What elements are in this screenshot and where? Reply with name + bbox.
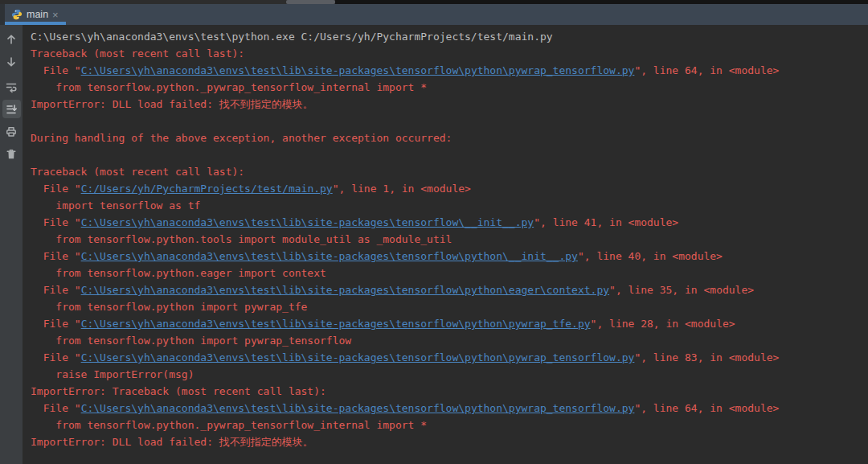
- run-console-panel: C:\Users\yh\anaconda3\envs\test\python.e…: [0, 25, 868, 464]
- scroll-end-icon: [5, 103, 18, 116]
- console-text: File ": [31, 216, 81, 228]
- scroll-to-end-button[interactable]: [2, 100, 21, 118]
- console-line: import tensorflow as tf: [31, 197, 868, 214]
- file-link[interactable]: C:\Users\yh\anaconda3\envs\test\lib\site…: [81, 284, 609, 296]
- arrow-up-icon: [5, 33, 18, 46]
- console-text: ", line 35, in <module>: [609, 284, 754, 296]
- down-the-stack-trace-button[interactable]: [2, 52, 21, 71]
- run-tool-window-tab-bar: main ×: [0, 4, 868, 25]
- console-text: Traceback (most recent call last):: [31, 47, 244, 60]
- arrow-down-icon: [5, 55, 18, 68]
- printer-icon: [5, 125, 18, 138]
- file-link[interactable]: C:\Users\yh\anaconda3\envs\test\lib\site…: [81, 250, 578, 262]
- console-text: ", line 64, in <module>: [634, 402, 779, 414]
- console-output[interactable]: C:\Users\yh\anaconda3\envs\test\python.e…: [23, 25, 868, 464]
- console-text: ", line 40, in <module>: [578, 250, 723, 262]
- console-line: raise ImportError(msg): [31, 366, 868, 383]
- console-line: File "C:\Users\yh\anaconda3\envs\test\li…: [31, 62, 868, 79]
- console-line: from tensorflow.python import pywrap_ten…: [31, 332, 868, 349]
- console-line: from tensorflow.python import pywrap_tfe: [31, 298, 868, 315]
- python-icon: [11, 9, 23, 20]
- file-link[interactable]: C:\Users\yh\anaconda3\envs\test\lib\site…: [81, 318, 591, 330]
- console-text: File ": [31, 351, 81, 363]
- console-text: ", line 1, in <module>: [333, 183, 471, 195]
- console-line: ImportError: Traceback (most recent call…: [31, 383, 868, 400]
- console-text: from tensorflow.python.tools import modu…: [31, 233, 452, 245]
- console-line: File "C:\Users\yh\anaconda3\envs\test\li…: [31, 315, 868, 332]
- console-text: raise ImportError(msg): [31, 368, 194, 380]
- console-text: ImportError: DLL load failed: 找不到指定的模块。: [31, 98, 313, 110]
- file-link[interactable]: C:\Users\yh\anaconda3\envs\test\lib\site…: [81, 351, 635, 363]
- file-link[interactable]: C:\Users\yh\anaconda3\envs\test\lib\site…: [81, 216, 534, 228]
- console-line: from tensorflow.python._pywrap_tensorflo…: [31, 79, 868, 96]
- console-line: ImportError: DLL load failed: 找不到指定的模块。: [31, 96, 868, 113]
- console-line: Traceback (most recent call last):: [31, 45, 868, 62]
- console-text: from tensorflow.python import pywrap_ten…: [31, 335, 351, 347]
- file-link[interactable]: C:\Users\yh\anaconda3\envs\test\lib\site…: [81, 402, 635, 414]
- tab-main[interactable]: main ×: [5, 4, 66, 25]
- console-line: C:\Users\yh\anaconda3\envs\test\python.e…: [31, 28, 868, 45]
- close-tab-icon[interactable]: ×: [52, 9, 59, 20]
- console-line: File "C:\Users\yh\anaconda3\envs\test\li…: [31, 281, 868, 298]
- console-text: File ": [31, 402, 81, 414]
- console-text: ", line 64, in <module>: [634, 64, 779, 76]
- console-text: File ": [31, 64, 81, 76]
- console-text: ", line 41, in <module>: [534, 216, 678, 228]
- console-line: File "C:\Users\yh\anaconda3\envs\test\li…: [31, 214, 868, 231]
- console-line: Traceback (most recent call last):: [31, 163, 868, 180]
- console-line: ImportError: DLL load failed: 找不到指定的模块。: [31, 433, 868, 450]
- console-line: from tensorflow.python.tools import modu…: [31, 231, 868, 248]
- console-text: Traceback (most recent call last):: [31, 166, 244, 178]
- console-text: from tensorflow.python import pywrap_tfe: [31, 301, 307, 313]
- console-text: File ": [31, 250, 81, 262]
- soft-wrap-icon: [5, 80, 18, 93]
- console-text: from tensorflow.python.eager import cont…: [31, 267, 326, 279]
- console-line: File "C:\Users\yh\anaconda3\envs\test\li…: [31, 349, 868, 366]
- console-line: File "C:\Users\yh\anaconda3\envs\test\li…: [31, 248, 868, 265]
- console-text: File ": [31, 183, 81, 195]
- trash-icon: [5, 148, 18, 161]
- console-text: ", line 83, in <module>: [634, 351, 779, 363]
- console-line: File "C:/Users/yh/PycharmProjects/test/m…: [31, 180, 868, 197]
- console-line: from tensorflow.python._pywrap_tensorflo…: [31, 417, 868, 433]
- console-line: [31, 146, 868, 163]
- console-text: File ": [31, 318, 81, 330]
- console-text: ImportError: DLL load failed: 找不到指定的模块。: [31, 436, 313, 448]
- print-button[interactable]: [2, 122, 21, 141]
- console-line: [31, 113, 868, 129]
- tab-label: main: [27, 9, 48, 20]
- console-line: File "C:\Users\yh\anaconda3\envs\test\li…: [31, 400, 868, 417]
- file-link[interactable]: C:/Users/yh/PycharmProjects/test/main.py: [81, 183, 333, 195]
- console-text: During handling of the above exception, …: [31, 132, 452, 144]
- pycharm-run-window: main ×: [0, 0, 868, 464]
- console-text: from tensorflow.python._pywrap_tensorflo…: [31, 419, 427, 431]
- console-text: ImportError: Traceback (most recent call…: [31, 385, 326, 397]
- clear-all-button[interactable]: [2, 145, 21, 163]
- soft-wrap-button[interactable]: [2, 77, 21, 96]
- console-text: File ": [31, 284, 81, 296]
- up-the-stack-trace-button[interactable]: [2, 30, 21, 48]
- console-text: C:\Users\yh\anaconda3\envs\test\python.e…: [31, 31, 553, 43]
- console-line: During handling of the above exception, …: [31, 129, 868, 146]
- file-link[interactable]: C:\Users\yh\anaconda3\envs\test\lib\site…: [81, 64, 635, 76]
- console-line: from tensorflow.python.eager import cont…: [31, 265, 868, 281]
- console-left-toolbar: [0, 25, 23, 464]
- console-text: import tensorflow as tf: [31, 199, 200, 211]
- console-text: from tensorflow.python._pywrap_tensorflo…: [31, 81, 427, 93]
- console-text: ", line 28, in <module>: [591, 318, 735, 330]
